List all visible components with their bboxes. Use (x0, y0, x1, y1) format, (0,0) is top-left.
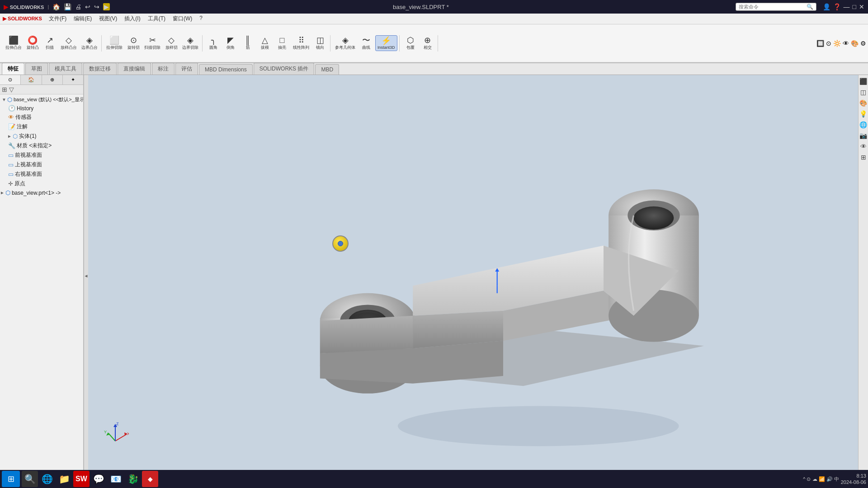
taskbar-app-3[interactable]: 📁 (56, 471, 72, 487)
sidebar-tab-property[interactable]: 🏠 (21, 75, 42, 84)
revolve-boss-btn[interactable]: ⭕ 旋转凸 (24, 35, 41, 52)
taskbar-app-3-icon: 📁 (59, 474, 70, 484)
viewport[interactable]: X Y Z ⬛ ◫ 🎨 💡 🌐 📷 👁 ⊞ (88, 75, 868, 476)
search-input[interactable] (739, 4, 807, 9)
filter-funnel-icon[interactable]: ▽ (9, 86, 14, 93)
maximize-icon[interactable]: □ (853, 3, 856, 10)
view-hide-icon[interactable]: 👁 (843, 40, 849, 47)
sidebar-tab-dxf[interactable]: ✦ (63, 75, 83, 84)
boundary-boss-btn[interactable]: ◈ 边界凸台 (80, 35, 99, 52)
tree-item-external-ref[interactable]: ► ⬡ base_view.prt<1> -> (0, 188, 83, 197)
tab-data-migration[interactable]: 数据迁移 (83, 63, 117, 75)
tab-evaluate[interactable]: 评估 (175, 63, 198, 75)
revolve-cut-btn[interactable]: ⊙ 旋转切 (125, 35, 142, 52)
run-icon[interactable]: ▶ (103, 3, 110, 10)
tab-direct-edit[interactable]: 直接编辑 (118, 63, 151, 75)
help-icon[interactable]: ❓ (833, 3, 841, 10)
rt-expand-btn[interactable]: ⊞ (860, 153, 867, 162)
extrude-boss-btn[interactable]: ⬛ 拉伸凸台 (4, 35, 24, 52)
sidebar-tab-feature[interactable]: ⊙ (0, 75, 21, 84)
rt-lighting-btn[interactable]: 💡 (859, 109, 868, 118)
sweep-cut-btn[interactable]: ✂ 扫描切除 (142, 35, 162, 52)
sidebar-collapse-handle[interactable]: ◄ (84, 75, 88, 476)
loft-btn[interactable]: ◇ 放样凸台 (59, 35, 79, 52)
taskbar-app-edge[interactable]: 🌐 (39, 471, 55, 487)
rt-hide-btn[interactable]: 👁 (859, 142, 868, 151)
menu-help[interactable]: ? (196, 14, 206, 23)
tree-item-top-plane[interactable]: ▭ 上视基准面 (0, 160, 83, 169)
save-icon[interactable]: 💾 (64, 3, 71, 10)
z-axis-label: Z (116, 422, 119, 426)
view-orient-icon[interactable]: 🔲 (816, 40, 824, 47)
feature-manager-icon: ⊙ (8, 77, 12, 82)
rib-btn[interactable]: ║ 筋 (240, 35, 256, 52)
rt-section-view-btn[interactable]: ◫ (859, 88, 867, 97)
close-icon[interactable]: ✕ (859, 3, 864, 10)
extrude-cut-btn[interactable]: ⬜ 拉伸切除 (104, 35, 124, 52)
tab-mbd-dimensions[interactable]: MBD Dimensions (199, 64, 253, 75)
taskbar-app-1[interactable]: 🔍 (22, 471, 38, 487)
menu-file[interactable]: 文件(F) (45, 14, 70, 23)
search-bar[interactable]: 🔍 (736, 3, 816, 11)
mirror-btn[interactable]: ◫ 镜向 (312, 35, 328, 52)
start-button[interactable]: ⊞ (2, 471, 20, 487)
taskbar-app-red[interactable]: ◆ (142, 471, 158, 487)
home-icon[interactable]: 🏠 (52, 3, 60, 10)
view-appearance-icon[interactable]: 🎨 (851, 40, 859, 47)
part-shadow (398, 406, 679, 446)
sidebar-tab-config[interactable]: ⊕ (42, 75, 63, 84)
tab-sw-plugins[interactable]: SOLIDWORKS 插件 (254, 63, 315, 75)
tab-sketch[interactable]: 草图 (25, 63, 48, 75)
tree-item-annotations[interactable]: 📝 注解 (0, 122, 83, 131)
fillet-btn[interactable]: ╮ 圆角 (205, 35, 222, 52)
intersect-btn[interactable]: ⊕ 相交 (420, 35, 436, 52)
tree-item-material[interactable]: 🔧 材质 <未指定> (0, 141, 83, 150)
tab-annotation[interactable]: 标注 (152, 63, 175, 75)
tree-label-root: base_view (默认) <<默认>_显示状态 1 (14, 96, 83, 103)
draft-btn[interactable]: △ 拔模 (257, 35, 273, 52)
sweep-btn[interactable]: ↗ 扫描 (42, 35, 58, 52)
rt-camera-btn[interactable]: 📷 (859, 131, 868, 140)
chamfer-btn[interactable]: ◤ 倒角 (222, 35, 239, 52)
menu-edit[interactable]: 编辑(E) (70, 14, 95, 23)
view-display-icon[interactable]: 🔆 (833, 40, 841, 47)
wrap-btn[interactable]: ⬡ 包覆 (402, 35, 419, 52)
redo-icon[interactable]: ↪ (94, 3, 99, 10)
view-section-icon[interactable]: ⊙ (826, 40, 831, 47)
curves-btn[interactable]: 〜 曲线 (358, 35, 374, 52)
filter-icon[interactable]: ⊞ (2, 86, 7, 93)
tree-item-sensors[interactable]: 👁 传感器 (0, 113, 83, 122)
tree-item-root[interactable]: ▼ ⬡ base_view (默认) <<默认>_显示状态 1 (0, 95, 83, 104)
rt-scene-btn[interactable]: 🌐 (859, 120, 868, 129)
menu-tools[interactable]: 工具(T) (144, 14, 169, 23)
menu-view[interactable]: 视图(V) (95, 14, 121, 23)
taskbar-app-6-icon: 📧 (110, 474, 122, 484)
linear-pattern-btn[interactable]: ⠿ 线性阵列 (291, 35, 311, 52)
tab-mbd[interactable]: MBD (315, 64, 339, 75)
settings-icon[interactable]: ⚙ (860, 40, 866, 47)
boundary-cut-btn[interactable]: ◈ 边界切除 (180, 35, 200, 52)
shell-btn[interactable]: □ 抽壳 (274, 35, 290, 52)
undo-icon[interactable]: ↩ (85, 3, 90, 10)
menu-window[interactable]: 窗口(W) (169, 14, 196, 23)
loft-cut-btn[interactable]: ◇ 放样切 (163, 35, 179, 52)
taskbar-sw[interactable]: SW (73, 471, 90, 487)
taskbar-app-7[interactable]: 🐉 (125, 471, 141, 487)
tab-features[interactable]: 特征 (2, 63, 24, 75)
print-icon[interactable]: 🖨 (75, 3, 81, 10)
menu-insert[interactable]: 插入(I) (121, 14, 144, 23)
tree-item-history[interactable]: 🕐 History (0, 104, 83, 113)
user-icon[interactable]: 👤 (823, 3, 830, 10)
reference-geometry-btn[interactable]: ◈ 参考几何体 (333, 35, 357, 52)
minimize-icon[interactable]: — (844, 3, 850, 10)
tab-mold-tools[interactable]: 模具工具 (49, 63, 82, 75)
tree-item-front-plane[interactable]: ▭ 前视基准面 (0, 150, 83, 160)
rt-appearance-btn[interactable]: 🎨 (859, 99, 868, 108)
tree-item-right-plane[interactable]: ▭ 右视基准面 (0, 169, 83, 179)
taskbar-app-5[interactable]: 💬 (90, 471, 107, 487)
rt-view-orientation-btn[interactable]: ⬛ (859, 77, 868, 86)
tree-item-solid-bodies[interactable]: ► ⬡ 实体(1) (0, 131, 83, 141)
taskbar-app-6[interactable]: 📧 (108, 471, 124, 487)
instant3d-btn[interactable]: ⚡ Instant3D (375, 35, 397, 51)
tree-item-origin[interactable]: ✛ 原点 (0, 179, 83, 188)
